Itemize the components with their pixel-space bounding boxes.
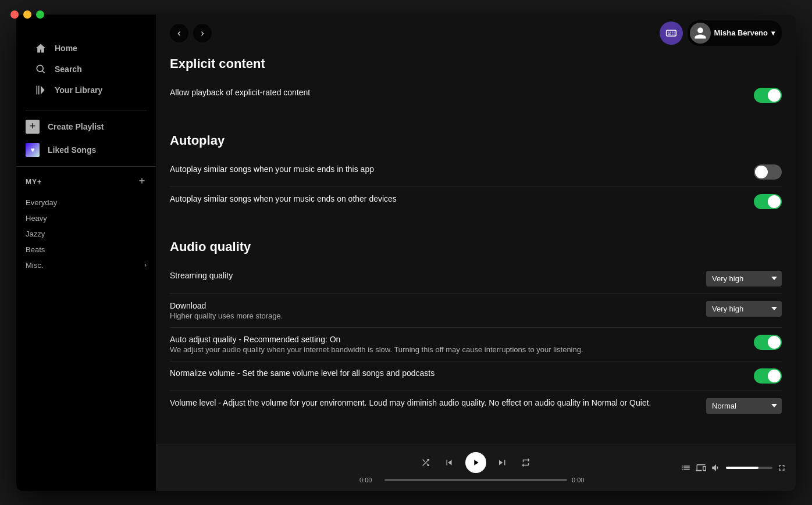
nav-buttons: ‹ › [170, 24, 212, 42]
create-playlist-label: Create Playlist [48, 122, 104, 131]
keyboard-shortcut-button[interactable] [660, 22, 683, 45]
autoplay-app-toggle[interactable] [754, 164, 782, 180]
user-menu-button[interactable]: Misha Berveno ▾ [688, 20, 782, 46]
previous-button[interactable] [442, 456, 456, 470]
auto-adjust-control [754, 335, 782, 350]
download-quality-select[interactable]: Low Normal High Very high [706, 301, 782, 317]
sidebar-create-playlist[interactable]: + Create Playlist [16, 115, 156, 138]
sidebar-divider-1 [26, 110, 147, 110]
svg-rect-4 [674, 31, 675, 33]
player-controls [419, 452, 533, 473]
toggle-thumb [768, 195, 781, 208]
user-dropdown-icon: ▾ [771, 29, 775, 37]
sidebar-item-home[interactable]: Home [26, 38, 147, 59]
shuffle-button[interactable] [419, 456, 433, 470]
playlist-list: Everyday Heavy Jazzy Beats Misc. › [26, 195, 147, 273]
streaming-quality-label: Streaming quality [170, 271, 692, 280]
player-right [592, 463, 786, 473]
minimize-button[interactable] [23, 15, 31, 19]
svg-rect-2 [669, 31, 671, 33]
player-bar: 0:00 0:00 [156, 445, 796, 491]
volume-level-label: Volume level - Adjust the volume for you… [170, 398, 692, 407]
search-icon [35, 63, 47, 75]
autoplay-app-label: Autoplay similar songs when your music e… [170, 164, 740, 174]
toggle-thumb [755, 166, 768, 178]
volume-level-select[interactable]: Quiet Normal Loud [706, 398, 782, 414]
setting-row: Download Higher quality uses more storag… [170, 294, 782, 328]
local-files-title: Local Files [170, 439, 782, 445]
settings-autoplay: Autoplay Autoplay similar songs when you… [170, 128, 782, 216]
forward-button[interactable]: › [193, 24, 212, 42]
add-playlist-icon[interactable] [137, 176, 147, 188]
setting-row: Autoplay similar songs when your music e… [170, 187, 782, 216]
normalize-control [754, 368, 782, 384]
sidebar-search-label: Search [55, 65, 82, 74]
sidebar: Home Search Your L [16, 15, 156, 491]
normalize-label: Normalize volume - Set the same volume l… [170, 368, 740, 378]
next-button[interactable] [496, 456, 510, 470]
list-item[interactable]: Misc. › [26, 257, 147, 273]
play-pause-button[interactable] [465, 452, 486, 473]
setting-row: Autoplay similar songs when your music e… [170, 157, 782, 187]
playlist-section: MY+ Everyday Heavy Jazzy [16, 166, 156, 282]
streaming-quality-select[interactable]: Low Normal High Very high [706, 271, 782, 286]
autoplay-other-control [754, 194, 782, 209]
sidebar-item-search[interactable]: Search [26, 59, 147, 80]
explicit-content-title: Explicit content [170, 52, 782, 71]
settings-local-files: Local Files Show Local Files [170, 439, 782, 445]
close-button[interactable] [16, 15, 19, 19]
auto-adjust-toggle[interactable] [754, 335, 782, 350]
liked-songs-icon: ♥ [26, 143, 40, 157]
back-button[interactable]: ‹ [170, 24, 188, 42]
devices-button[interactable] [696, 463, 706, 473]
user-avatar [690, 23, 711, 44]
sidebar-item-library[interactable]: Your Library [26, 80, 147, 101]
svg-rect-1 [668, 31, 669, 33]
submenu-arrow-icon: › [144, 261, 147, 269]
volume-button[interactable] [711, 463, 721, 473]
normalize-toggle[interactable] [754, 368, 782, 384]
sidebar-home-label: Home [55, 44, 77, 53]
explicit-toggle[interactable] [754, 88, 782, 103]
sidebar-liked-songs[interactable]: ♥ Liked Songs [16, 138, 156, 162]
volume-track[interactable] [726, 467, 772, 469]
traffic-lights [16, 15, 44, 19]
settings-audio-quality: Audio quality Streaming quality Low Norm… [170, 235, 782, 421]
app-body: Home Search Your L [16, 15, 796, 491]
sidebar-top: Home Search Your L [16, 24, 156, 105]
repeat-button[interactable] [519, 456, 533, 470]
main-content: ‹ › [156, 15, 796, 491]
list-item[interactable]: Jazzy [26, 226, 147, 242]
toggle-thumb [768, 89, 781, 102]
autoplay-app-control [754, 164, 782, 180]
fullscreen-button[interactable] [777, 463, 786, 472]
queue-button[interactable] [681, 463, 691, 473]
autoplay-title: Autoplay [170, 128, 782, 148]
maximize-button[interactable] [36, 15, 44, 19]
create-playlist-icon: + [26, 120, 40, 134]
library-icon [35, 84, 47, 96]
list-item[interactable]: Everyday [26, 195, 147, 210]
volume-fill [726, 467, 758, 469]
setting-row: Volume level - Adjust the volume for you… [170, 391, 782, 421]
list-item[interactable]: Beats [26, 242, 147, 257]
time-total: 0:00 [572, 477, 592, 483]
download-quality-control: Low Normal High Very high [706, 301, 782, 317]
setting-row: Normalize volume - Set the same volume l… [170, 361, 782, 391]
autoplay-other-toggle[interactable] [754, 194, 782, 209]
top-bar: ‹ › [156, 15, 796, 52]
sidebar-library-label: Your Library [55, 85, 102, 95]
home-icon [35, 42, 47, 54]
svg-rect-7 [674, 33, 675, 34]
volume-level-control: Quiet Normal Loud [706, 398, 782, 414]
setting-row: Streaming quality Low Normal High Very h… [170, 264, 782, 294]
svg-rect-3 [671, 31, 672, 33]
setting-row: Allow playback of explicit-rated content [170, 81, 782, 110]
settings-explicit-content: Explicit content Allow playback of expli… [170, 52, 782, 110]
progress-bar-container: 0:00 0:00 [359, 477, 592, 483]
progress-track[interactable] [384, 479, 567, 481]
auto-adjust-label: Auto adjust quality - Recommended settin… [170, 335, 740, 354]
liked-songs-label: Liked Songs [48, 145, 96, 155]
explicit-toggle-control [754, 88, 782, 103]
list-item[interactable]: Heavy [26, 210, 147, 226]
